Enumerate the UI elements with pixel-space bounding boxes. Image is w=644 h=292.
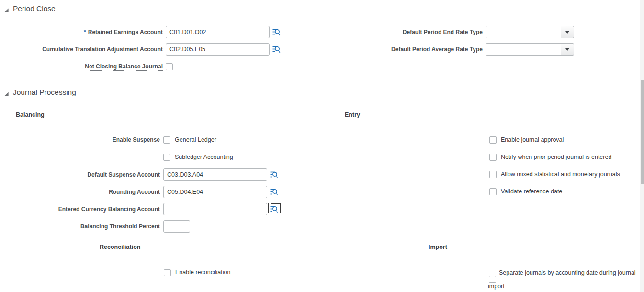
entered-currency-balancing-account-row: Entered Currency Balancing Account (0, 203, 279, 215)
enable-reconciliation-row: Enable reconciliation (164, 266, 230, 279)
balancing-threshold-percent-row: Balancing Threshold Percent (0, 220, 190, 233)
validate-reference-date-row: Validate reference date (489, 185, 562, 198)
period-average-rate-row: Default Period Average Rate Type (320, 43, 574, 56)
account-lookup-icon[interactable] (272, 28, 282, 37)
retained-earnings-label: *Retained Earnings Account (0, 29, 163, 35)
period-end-rate-combobox (486, 26, 574, 38)
notify-prior-period-checkbox[interactable] (489, 154, 497, 161)
collapse-triangle-icon[interactable] (4, 6, 9, 11)
validate-reference-date-label: Validate reference date (501, 188, 562, 195)
account-lookup-icon[interactable] (270, 188, 279, 197)
section-divider (100, 259, 316, 259)
net-closing-balance-label: Net Closing Balance Journal (0, 63, 163, 70)
section-divider (344, 127, 634, 127)
notify-prior-period-label: Notify when prior period journal is ente… (501, 154, 611, 160)
enable-reconciliation-label: Enable reconciliation (175, 269, 230, 276)
period-average-rate-label: Default Period Average Rate Type (320, 46, 483, 53)
period-average-rate-combobox (486, 43, 574, 56)
enable-journal-approval-checkbox[interactable] (489, 136, 497, 144)
allow-mixed-journals-checkbox[interactable] (489, 171, 497, 178)
chevron-down-icon (565, 31, 569, 34)
cta-account-label: Cumulative Translation Adjustment Accoun… (0, 46, 163, 53)
entered-currency-balancing-account-label: Entered Currency Balancing Account (0, 206, 160, 213)
separate-journals-checkbox[interactable] (489, 276, 496, 283)
rounding-account-row: Rounding Account (0, 186, 279, 198)
period-end-rate-label: Default Period End Rate Type (320, 29, 483, 35)
rounding-account-label: Rounding Account (0, 189, 160, 195)
collapse-triangle-icon[interactable] (4, 90, 9, 95)
account-lookup-icon-focused[interactable] (270, 205, 279, 214)
rounding-account-input[interactable] (163, 186, 267, 198)
dropdown-button[interactable] (561, 26, 574, 38)
subsection-title-balancing: Balancing (16, 112, 45, 118)
cta-account-row: Cumulative Translation Adjustment Accoun… (0, 43, 282, 56)
balancing-threshold-percent-input[interactable] (163, 220, 190, 233)
section-divider (429, 259, 634, 259)
section-title: Journal Processing (13, 88, 76, 97)
section-header-period-close[interactable]: Period Close (4, 4, 56, 13)
vertical-scrollbar-thumb[interactable] (641, 80, 644, 184)
period-end-rate-input[interactable] (486, 26, 561, 38)
account-lookup-icon[interactable] (272, 45, 282, 54)
enable-reconciliation-checkbox[interactable] (164, 269, 171, 276)
vertical-scrollbar-track[interactable] (640, 0, 644, 292)
default-suspense-account-input[interactable] (163, 168, 267, 181)
section-header-journal-processing[interactable]: Journal Processing (4, 88, 76, 97)
cta-account-input[interactable] (166, 43, 270, 56)
general-ledger-checkbox[interactable] (163, 136, 170, 144)
default-suspense-account-label: Default Suspense Account (0, 171, 160, 178)
separate-journals-label-wrap: import (488, 280, 635, 292)
period-average-rate-input[interactable] (486, 43, 561, 56)
ledger-options-page: Period Close *Retained Earnings Account … (0, 0, 644, 292)
entered-currency-balancing-account-input[interactable] (163, 203, 267, 215)
subledger-accounting-checkbox[interactable] (163, 154, 170, 161)
validate-reference-date-checkbox[interactable] (489, 188, 497, 195)
retained-earnings-row: *Retained Earnings Account (0, 26, 282, 38)
dropdown-button[interactable] (561, 43, 574, 56)
subledger-accounting-row: Subledger Accounting (0, 151, 233, 163)
enable-suspense-row: Enable Suspense General Ledger (0, 134, 216, 146)
enable-suspense-label: Enable Suspense (0, 136, 160, 143)
chevron-down-icon (565, 48, 569, 51)
retained-earnings-input[interactable] (166, 26, 270, 38)
enable-journal-approval-row: Enable journal approval (489, 134, 564, 146)
allow-mixed-journals-row: Allow mixed statistical and monetary jou… (489, 168, 620, 180)
account-lookup-icon[interactable] (270, 170, 279, 180)
section-title: Period Close (13, 4, 56, 13)
subledger-accounting-label: Subledger Accounting (175, 154, 233, 160)
allow-mixed-journals-label: Allow mixed statistical and monetary jou… (501, 171, 620, 178)
subsection-title-entry: Entry (345, 112, 360, 118)
subsection-title-import: Import (429, 244, 447, 250)
net-closing-balance-row: Net Closing Balance Journal (0, 60, 173, 73)
period-end-rate-row: Default Period End Rate Type (320, 26, 574, 38)
separate-journals-label: Separate journals by accounting date dur… (488, 266, 635, 280)
net-closing-balance-checkbox[interactable] (166, 63, 173, 70)
section-divider (11, 127, 316, 127)
default-suspense-account-row: Default Suspense Account (0, 168, 279, 181)
general-ledger-label: General Ledger (175, 136, 216, 143)
enable-journal-approval-label: Enable journal approval (501, 136, 564, 143)
subsection-title-reconciliation: Reconciliation (100, 244, 140, 250)
required-asterisk: * (84, 29, 86, 35)
notify-prior-period-row: Notify when prior period journal is ente… (489, 151, 611, 163)
separate-journals-row: Separate journals by accounting date dur… (488, 266, 635, 292)
balancing-threshold-percent-label: Balancing Threshold Percent (0, 223, 160, 230)
